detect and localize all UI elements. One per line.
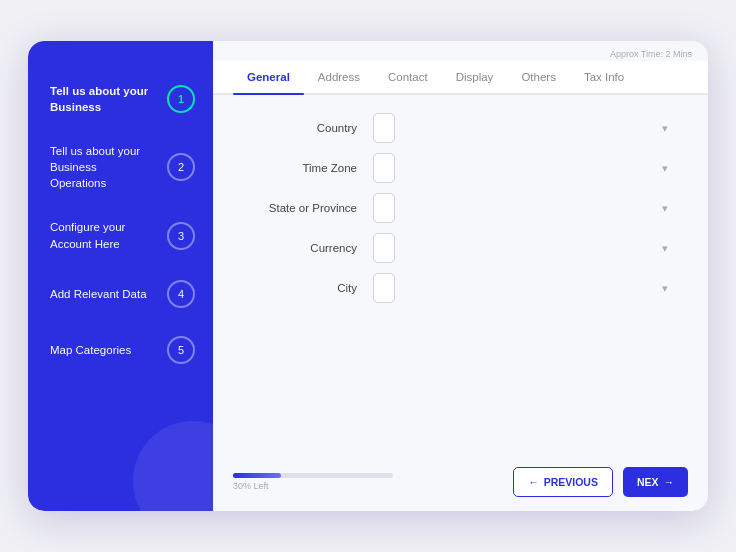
form-area: CountryTime ZoneState or ProvinceCurrenc… — [213, 95, 708, 457]
form-row-city: City — [243, 273, 678, 303]
sidebar-item-label-3: Configure your Account Here — [50, 219, 155, 251]
progress-bar-bg — [233, 473, 393, 478]
tab-address[interactable]: Address — [304, 61, 374, 93]
tab-display[interactable]: Display — [442, 61, 508, 93]
select-country[interactable] — [373, 113, 395, 143]
sidebar-item-label-2: Tell us about your Business Operations — [50, 143, 155, 191]
previous-button[interactable]: ← PREVIOUS — [513, 467, 613, 497]
tab-general[interactable]: General — [233, 61, 304, 93]
progress-section: 30% Left — [233, 473, 513, 491]
label-state: State or Province — [243, 202, 373, 214]
select-wrapper-country — [373, 113, 678, 143]
arrow-right-icon: → — [664, 476, 675, 488]
label-timezone: Time Zone — [243, 162, 373, 174]
sidebar-item-2[interactable]: Tell us about your Business Operations2 — [50, 129, 195, 205]
sidebar-item-label-5: Map Categories — [50, 342, 155, 358]
step-circle-2: 2 — [167, 153, 195, 181]
sidebar-item-5[interactable]: Map Categories5 — [50, 322, 195, 378]
tab-bar: GeneralAddressContactDisplayOthersTax In… — [213, 61, 708, 95]
footer: 30% Left ← PREVIOUS NEX → — [213, 457, 708, 511]
tab-contact[interactable]: Contact — [374, 61, 442, 93]
label-country: Country — [243, 122, 373, 134]
arrow-left-icon: ← — [528, 476, 539, 488]
select-currency[interactable] — [373, 233, 395, 263]
sidebar-item-3[interactable]: Configure your Account Here3 — [50, 205, 195, 265]
sidebar-item-1[interactable]: Tell us about your Business1 — [50, 69, 195, 129]
select-timezone[interactable] — [373, 153, 395, 183]
tab-taxinfo[interactable]: Tax Info — [570, 61, 638, 93]
label-city: City — [243, 282, 373, 294]
form-row-state: State or Province — [243, 193, 678, 223]
next-button[interactable]: NEX → — [623, 467, 688, 497]
select-city[interactable] — [373, 273, 395, 303]
main-content: Approx Time: 2 Mins GeneralAddressContac… — [213, 41, 708, 511]
sidebar-item-label-4: Add Relevant Data — [50, 286, 155, 302]
side-label-wrapper: DiveShop360 — [688, 41, 708, 511]
form-row-country: Country — [243, 113, 678, 143]
form-row-currency: Currency — [243, 233, 678, 263]
approx-time-label: Approx Time: 2 Mins — [213, 41, 708, 61]
sidebar: Tell us about your Business1Tell us abou… — [28, 41, 213, 511]
progress-bar-fill — [233, 473, 281, 478]
progress-label: 30% Left — [233, 481, 513, 491]
label-currency: Currency — [243, 242, 373, 254]
select-wrapper-timezone — [373, 153, 678, 183]
select-wrapper-currency — [373, 233, 678, 263]
step-circle-1: 1 — [167, 85, 195, 113]
select-wrapper-state — [373, 193, 678, 223]
sidebar-item-4[interactable]: Add Relevant Data4 — [50, 266, 195, 322]
select-wrapper-city — [373, 273, 678, 303]
step-circle-5: 5 — [167, 336, 195, 364]
tab-others[interactable]: Others — [507, 61, 570, 93]
step-circle-3: 3 — [167, 222, 195, 250]
step-circle-4: 4 — [167, 280, 195, 308]
sidebar-item-label-1: Tell us about your Business — [50, 83, 155, 115]
select-state[interactable] — [373, 193, 395, 223]
form-row-timezone: Time Zone — [243, 153, 678, 183]
footer-buttons: ← PREVIOUS NEX → — [513, 467, 688, 497]
